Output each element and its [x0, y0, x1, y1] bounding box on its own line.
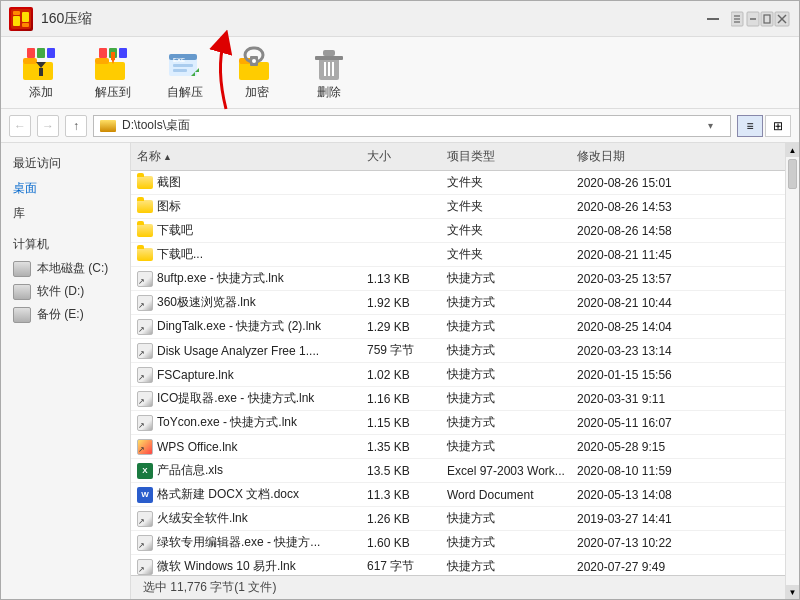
file-row[interactable]: Disk Usage Analyzer Free 1.... 759 字节 快捷… [131, 339, 785, 363]
forward-button[interactable]: → [37, 115, 59, 137]
file-type: 快捷方式 [441, 317, 571, 336]
selfextract-label: 自解压 [167, 84, 203, 101]
svg-rect-2 [22, 12, 29, 22]
file-date: 2020-05-13 14:08 [571, 487, 711, 503]
path-display[interactable]: D:\tools\桌面 ▾ [93, 115, 731, 137]
scrollbar[interactable]: ▲ ▼ [785, 143, 799, 599]
word-icon: W [137, 487, 153, 503]
main-window: 160压缩 [0, 0, 800, 600]
file-row[interactable]: ToYcon.exe - 快捷方式.lnk 1.15 KB 快捷方式 2020-… [131, 411, 785, 435]
computer-label: 计算机 [13, 236, 49, 253]
grid-view-button[interactable]: ⊞ [765, 115, 791, 137]
col-name[interactable]: 名称 ▲ [131, 146, 361, 167]
shortcut-icon [137, 367, 153, 383]
address-bar: ← → ↑ D:\tools\桌面 ▾ ≡ ⊞ [1, 109, 799, 143]
scroll-up-button[interactable]: ▲ [786, 143, 799, 157]
sidebar-recent[interactable]: 最近访问 [5, 151, 126, 176]
file-name: 图标 [157, 198, 181, 215]
shortcut-icon [137, 295, 153, 311]
file-name: ICO提取器.exe - 快捷方式.lnk [157, 390, 314, 407]
file-name-cell: Disk Usage Analyzer Free 1.... [131, 342, 361, 360]
file-type: 快捷方式 [441, 341, 571, 360]
selfextract-button[interactable]: EXE 自解压 [157, 40, 213, 105]
library-label: 库 [13, 205, 25, 222]
file-list-area: 名称 ▲ 大小 项目类型 修改日期 截图 文件夹 [131, 143, 785, 599]
window-control-icons[interactable] [731, 11, 791, 27]
scroll-down-button[interactable]: ▼ [786, 585, 799, 599]
extract-icon [93, 44, 133, 84]
up-button[interactable]: ↑ [65, 115, 87, 137]
file-size [361, 254, 441, 256]
svg-rect-29 [111, 52, 115, 60]
col-date[interactable]: 修改日期 [571, 146, 711, 167]
file-type: 文件夹 [441, 197, 571, 216]
sidebar-desktop[interactable]: 桌面 [5, 176, 126, 201]
delete-icon [309, 44, 349, 84]
recent-label: 最近访问 [13, 155, 61, 172]
disk-e-icon [13, 307, 31, 323]
svg-rect-33 [173, 64, 193, 67]
encrypt-button[interactable]: 加密 [229, 40, 285, 105]
file-date: 2020-08-26 14:53 [571, 199, 711, 215]
file-type: 快捷方式 [441, 413, 571, 432]
file-row[interactable]: 下载吧 文件夹 2020-08-26 14:58 [131, 219, 785, 243]
file-row[interactable]: 8uftp.exe - 快捷方式.lnk 1.13 KB 快捷方式 2020-0… [131, 267, 785, 291]
svg-rect-20 [47, 48, 55, 58]
file-row[interactable]: 图标 文件夹 2020-08-26 14:53 [131, 195, 785, 219]
sidebar-drive-d[interactable]: 软件 (D:) [5, 280, 126, 303]
sidebar-drive-c[interactable]: 本地磁盘 (C:) [5, 257, 126, 280]
file-size: 759 字节 [361, 341, 441, 360]
col-type[interactable]: 项目类型 [441, 146, 571, 167]
file-row[interactable]: 360极速浏览器.lnk 1.92 KB 快捷方式 2020-08-21 10:… [131, 291, 785, 315]
sidebar-library[interactable]: 库 [5, 201, 126, 226]
col-size[interactable]: 大小 [361, 146, 441, 167]
sidebar-computer[interactable]: 计算机 [5, 232, 126, 257]
disk-c-icon [13, 261, 31, 277]
file-row[interactable]: FSCapture.lnk 1.02 KB 快捷方式 2020-01-15 15… [131, 363, 785, 387]
file-size: 13.5 KB [361, 463, 441, 479]
add-label: 添加 [29, 84, 53, 101]
shortcut-icon [137, 271, 153, 287]
sidebar: 最近访问 桌面 库 计算机 本地磁盘 (C:) 软件 (D:) 备份 (E:) [1, 143, 131, 599]
scroll-track[interactable] [786, 157, 799, 585]
path-dropdown-icon[interactable]: ▾ [708, 120, 724, 131]
file-date: 2020-08-10 11:59 [571, 463, 711, 479]
file-row[interactable]: 截图 文件夹 2020-08-26 15:01 [131, 171, 785, 195]
list-view-button[interactable]: ≡ [737, 115, 763, 137]
file-date: 2020-05-11 16:07 [571, 415, 711, 431]
file-name-cell: 8uftp.exe - 快捷方式.lnk [131, 269, 361, 288]
file-date: 2020-01-15 15:56 [571, 367, 711, 383]
file-row[interactable]: 微软 Windows 10 易升.lnk 617 字节 快捷方式 2020-07… [131, 555, 785, 575]
delete-button[interactable]: 删除 [301, 40, 357, 105]
file-row[interactable]: ICO提取器.exe - 快捷方式.lnk 1.16 KB 快捷方式 2020-… [131, 387, 785, 411]
sidebar-drive-e[interactable]: 备份 (E:) [5, 303, 126, 326]
file-row[interactable]: WPS Office.lnk 1.35 KB 快捷方式 2020-05-28 9… [131, 435, 785, 459]
encrypt-label: 加密 [245, 84, 269, 101]
add-button[interactable]: 添加 [13, 40, 69, 105]
file-type: 快捷方式 [441, 533, 571, 552]
file-name-cell: 火绒安全软件.lnk [131, 509, 361, 528]
shortcut-icon [137, 559, 153, 575]
file-name: DingTalk.exe - 快捷方式 (2).lnk [157, 318, 321, 335]
file-row[interactable]: W 格式新建 DOCX 文档.docx 11.3 KB Word Documen… [131, 483, 785, 507]
wps-shortcut-icon [137, 439, 153, 455]
file-name: 微软 Windows 10 易升.lnk [157, 558, 296, 575]
file-size: 1.13 KB [361, 271, 441, 287]
back-button[interactable]: ← [9, 115, 31, 137]
extract-button[interactable]: 解压到 [85, 40, 141, 105]
selfextract-icon: EXE [165, 44, 205, 84]
svg-rect-19 [37, 48, 45, 58]
file-row[interactable]: 火绒安全软件.lnk 1.26 KB 快捷方式 2019-03-27 14:41 [131, 507, 785, 531]
file-row[interactable]: DingTalk.exe - 快捷方式 (2).lnk 1.29 KB 快捷方式… [131, 315, 785, 339]
svg-rect-16 [23, 62, 53, 80]
shortcut-icon [137, 391, 153, 407]
scroll-thumb[interactable] [788, 159, 797, 189]
shortcut-icon [137, 511, 153, 527]
file-name-cell: WPS Office.lnk [131, 438, 361, 456]
file-date: 2020-08-26 15:01 [571, 175, 711, 191]
file-row[interactable]: X 产品信息.xls 13.5 KB Excel 97-2003 Work...… [131, 459, 785, 483]
file-row[interactable]: 下载吧... 文件夹 2020-08-21 11:45 [131, 243, 785, 267]
file-name-cell: W 格式新建 DOCX 文档.docx [131, 485, 361, 504]
file-row[interactable]: 绿软专用编辑器.exe - 快捷方... 1.60 KB 快捷方式 2020-0… [131, 531, 785, 555]
file-name-cell: DingTalk.exe - 快捷方式 (2).lnk [131, 317, 361, 336]
